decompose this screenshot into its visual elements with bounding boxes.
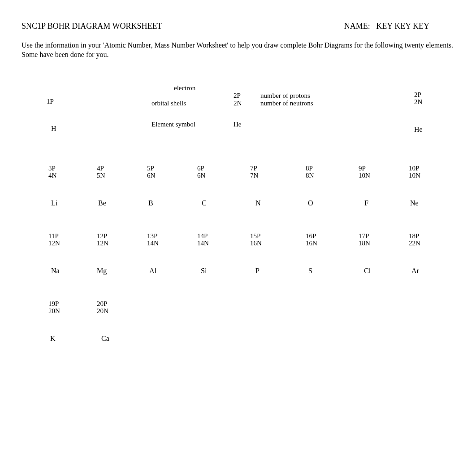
element-cell-Na: 11P12NNa [48, 232, 97, 289]
header: SNC1P BOHR DIAGRAM WORKSHEET NAME: KEY K… [22, 22, 454, 31]
neutron-count: 4N [48, 172, 97, 179]
proton-count: 6P [197, 165, 250, 172]
element-symbol: Ca [101, 335, 151, 343]
element-cell-K: 19P20NK [48, 300, 97, 357]
element-cell-C: 6P6NC [197, 165, 250, 222]
legend-neutrons-label: number of neutrons [260, 100, 313, 107]
proton-count: 19P [48, 300, 97, 308]
element-row-2: 3P4NLi 4P5NBe 5P6NB 6P6NC 7P7NN 8P8NO 9P… [48, 165, 454, 222]
proton-count: 16P [306, 232, 359, 240]
proton-count: 1P [47, 98, 56, 105]
name-field: NAME: KEY KEY KEY [344, 22, 429, 31]
element-cell-B: 5P6NB [147, 165, 197, 222]
proton-count: 17P [359, 232, 409, 240]
proton-count: 7P [250, 165, 306, 172]
neutron-count: 2N [414, 98, 423, 106]
proton-count: 8P [306, 165, 359, 172]
neutron-count: 10N [359, 172, 409, 179]
neutron-count: 20N [97, 307, 151, 315]
legend-shells: orbital shells [151, 100, 234, 107]
element-row-3: 11P12NNa 12P12NMg 13P14NAl 14P14NSi 15P1… [48, 232, 454, 289]
element-cell-Al: 13P14NAl [147, 232, 197, 289]
element-symbol: B [148, 199, 197, 207]
element-cell-He: 2P 2N He [414, 84, 423, 134]
neutron-count: 12N [48, 240, 97, 247]
element-symbol: F [364, 199, 409, 207]
element-symbol: Cl [364, 267, 409, 275]
element-symbol: He [414, 126, 423, 134]
element-symbol: Al [149, 267, 197, 275]
worksheet-title: SNC1P BOHR DIAGRAM WORKSHEET [22, 22, 344, 31]
legend-protons-value: 2P [234, 92, 260, 100]
proton-count: 10P [409, 165, 459, 172]
element-symbol: Mg [97, 267, 147, 275]
element-symbol: Li [51, 199, 97, 207]
proton-count: 11P [48, 232, 97, 240]
element-cell-Li: 3P4NLi [48, 165, 97, 222]
proton-count: 3P [48, 165, 97, 172]
element-cell-Ar: 18P22NAr [409, 232, 459, 289]
neutron-count: 6N [147, 172, 197, 179]
element-symbol: C [202, 199, 250, 207]
neutron-count: 6N [197, 172, 250, 179]
legend-symbol-value: He [234, 121, 260, 128]
proton-count: 9P [359, 165, 409, 172]
neutron-count: 14N [147, 240, 197, 247]
name-value: KEY KEY KEY [376, 22, 429, 31]
legend-neutrons-value: 2N [234, 100, 260, 107]
element-cell-O: 8P8NO [306, 165, 359, 222]
neutron-count: 12N [97, 240, 147, 247]
element-cell-Ne: 10P10NNe [409, 165, 459, 222]
neutron-count: 22N [409, 240, 459, 247]
element-row-1: 1P H electron 2P number of protons orbit… [22, 84, 454, 154]
proton-count: 2P [414, 91, 423, 99]
legend-electron: electron [151, 84, 256, 92]
neutron-count: 7N [250, 172, 306, 179]
element-symbol: S [308, 267, 359, 275]
element-symbol: Be [98, 199, 147, 207]
proton-count: 15P [250, 232, 306, 240]
legend-symbol-label: Element symbol [151, 121, 234, 128]
legend-protons-label: number of protons [260, 92, 310, 100]
proton-count: 4P [97, 165, 147, 172]
element-symbol: Si [201, 267, 250, 275]
element-cell-P: 15P16NP [250, 232, 306, 289]
proton-count: 13P [147, 232, 197, 240]
element-row-4: 19P20NK 20P20NCa [48, 300, 454, 357]
element-symbol: Ne [410, 199, 459, 207]
neutron-count: 8N [306, 172, 359, 179]
proton-count: 12P [97, 232, 147, 240]
neutron-count: 18N [359, 240, 409, 247]
neutron-count: 5N [97, 172, 147, 179]
element-symbol: Na [51, 267, 97, 275]
element-symbol: Ar [411, 267, 459, 275]
element-symbol: P [255, 267, 306, 275]
proton-count: 5P [147, 165, 197, 172]
element-symbol: K [50, 335, 97, 343]
neutron-count: 16N [306, 240, 359, 247]
neutron-count: 10N [409, 172, 459, 179]
instructions: Use the information in your 'Atomic Numb… [22, 41, 454, 60]
element-symbol: N [255, 199, 306, 207]
element-symbol: H [51, 125, 56, 133]
element-cell-Ca: 20P20NCa [97, 300, 151, 357]
element-cell-Cl: 17P18NCl [359, 232, 409, 289]
element-cell-Si: 14P14NSi [197, 232, 250, 289]
name-label: NAME: [344, 22, 370, 31]
element-cell-Be: 4P5NBe [97, 165, 147, 222]
neutron-count: 16N [250, 240, 306, 247]
neutron-count: 14N [197, 240, 250, 247]
element-cell-F: 9P10NF [359, 165, 409, 222]
element-cell-Mg: 12P12NMg [97, 232, 147, 289]
proton-count: 18P [409, 232, 459, 240]
element-symbol: O [308, 199, 359, 207]
element-cell-S: 16P16NS [306, 232, 359, 289]
element-cell-N: 7P7NN [250, 165, 306, 222]
neutron-count: 20N [48, 307, 97, 315]
proton-count: 20P [97, 300, 151, 308]
element-cell-H: 1P H [47, 84, 56, 133]
proton-count: 14P [197, 232, 250, 240]
example-legend: electron 2P number of protons orbital sh… [151, 84, 340, 129]
